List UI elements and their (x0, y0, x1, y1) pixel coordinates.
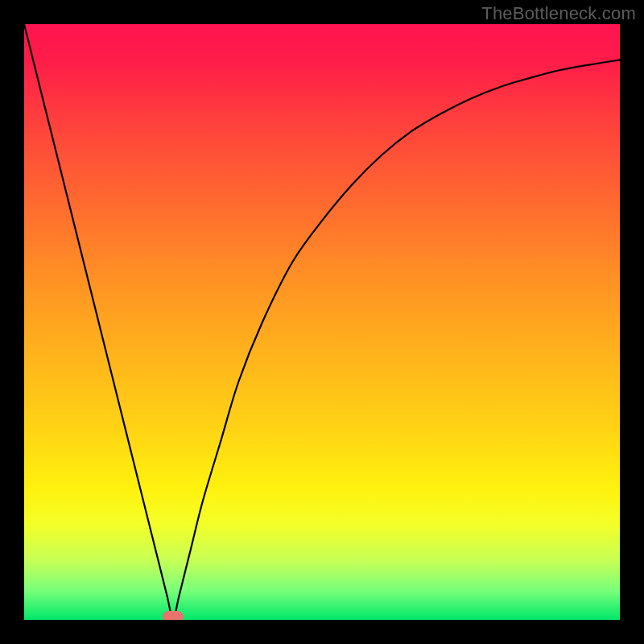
minimum-marker (163, 611, 184, 620)
curve-svg (24, 24, 620, 620)
chart-frame: TheBottleneck.com (0, 0, 644, 644)
plot-area (24, 24, 620, 620)
watermark-text: TheBottleneck.com (481, 3, 636, 24)
bottleneck-curve (24, 24, 620, 620)
